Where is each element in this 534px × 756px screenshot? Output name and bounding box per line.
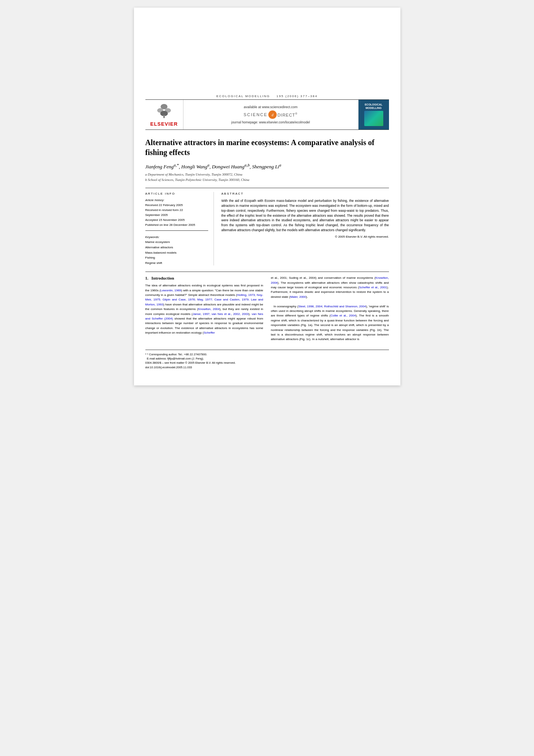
eco-logo-text: ECOLOGICALMODELLING bbox=[365, 103, 383, 110]
info-divider bbox=[145, 230, 208, 231]
section1-col2-text: et al., 2001; Suding et al., 2004) and c… bbox=[271, 276, 389, 342]
section1-number: 1. bbox=[145, 276, 148, 280]
elsevier-tree-icon bbox=[156, 103, 172, 120]
ref-janse: Janse, 1997; van Nes et al., 2002, 2003 bbox=[193, 312, 249, 316]
keyword5: Regime shift bbox=[145, 261, 208, 266]
footnote-issn: 0304-3800/$ – see front matter © 2005 El… bbox=[145, 361, 389, 365]
ref-collie: Collie et al., 2004 bbox=[330, 314, 356, 317]
section1-col1-text: The idea of alternative attractors exist… bbox=[145, 283, 263, 335]
body-col-right: et al., 2001; Suding et al., 2004) and c… bbox=[271, 276, 389, 342]
accepted-date: Accepted 15 November 2005 bbox=[145, 218, 208, 223]
elsevier-logo-box: ELSEVIER bbox=[145, 100, 183, 129]
ref-knowlton: Knowlton, 2004 bbox=[198, 307, 219, 311]
article-title: Alternative attractors in marine ecosyst… bbox=[145, 137, 389, 157]
journal-name-text: ECOLOGICAL MODELLING bbox=[216, 94, 270, 98]
footnote-area: * * Corresponding author. Tel.: +86 22 2… bbox=[145, 350, 389, 369]
main-content: Alternative attractors in marine ecosyst… bbox=[134, 130, 400, 377]
affiliation-b: b School of Sciences, Tianjin Polytechni… bbox=[145, 177, 389, 183]
body-col-left: 1. Introduction The idea of alternative … bbox=[145, 276, 263, 342]
top-whitespace bbox=[134, 8, 400, 91]
keyword2: Alternative attractors bbox=[145, 245, 208, 250]
abstract-col: ABSTRACT With the aid of Ecopath with Ec… bbox=[222, 192, 389, 265]
available-text: available at www.sciencedirect.com bbox=[244, 105, 298, 109]
page: ECOLOGICAL MODELLING 195 (2006) 377–384 … bbox=[134, 8, 400, 385]
section1-heading: 1. Introduction bbox=[145, 276, 263, 280]
footnote-doi: doi:10.1016/j.ecolmodel.2005.11.033 bbox=[145, 365, 389, 369]
ref-scheffer: Scheffer bbox=[204, 331, 215, 334]
science-text: SCIENCE bbox=[244, 112, 268, 117]
keyword4: Fishing bbox=[145, 255, 208, 261]
author1: Jianfeng Fenga,*, Hongli Wanga, Dongwei … bbox=[145, 164, 281, 169]
footnote-email-text: E-mail address: fjftju@hotmail.com (J. F… bbox=[147, 357, 204, 360]
body-section: 1. Introduction The idea of alternative … bbox=[145, 276, 389, 342]
authors-line: Jianfeng Fenga,*, Hongli Wanga, Dongwei … bbox=[145, 163, 389, 170]
revised-date2: September 2005 bbox=[145, 213, 208, 218]
footnote-corresponding: * * Corresponding author. Tel.: +86 22 2… bbox=[145, 352, 389, 356]
footnote-corresponding-text: * Corresponding author. Tel.: +86 22 274… bbox=[147, 353, 207, 356]
ref-knowlton2: Knowlton, 2004 bbox=[271, 276, 389, 284]
ref-steel: Steel, 1998, 2004; Rothschild and Shanno… bbox=[298, 305, 366, 308]
homepage-text: journal homepage: www.elsevier.com/locat… bbox=[231, 120, 310, 124]
ref-lewontin: Lewontin, 1969 bbox=[161, 289, 181, 292]
eco-modelling-logo-box: ECOLOGICALMODELLING bbox=[359, 100, 389, 129]
svg-rect-4 bbox=[163, 115, 165, 118]
journal-title-line: ECOLOGICAL MODELLING 195 (2006) 377–384 bbox=[145, 94, 389, 98]
journal-header-banner: ELSEVIER available at www.sciencedirect.… bbox=[145, 99, 389, 130]
eco-logo-image bbox=[364, 111, 383, 126]
received-date: Received 22 February 2005 bbox=[145, 203, 208, 208]
elsevier-label: ELSEVIER bbox=[150, 121, 178, 127]
keyword1: Marine ecosystem bbox=[145, 240, 208, 245]
ref-maler: Maler, 2000 bbox=[290, 295, 306, 299]
abstract-label: ABSTRACT bbox=[222, 192, 389, 195]
direct-text: DIRECT® bbox=[277, 112, 298, 117]
abstract-text: With the aid of Ecopath with Ecosim mass… bbox=[222, 198, 389, 232]
article-info-col: ARTICLE INFO Article history: Received 2… bbox=[145, 192, 214, 265]
affiliations: a Department of Mechanics, Tianjin Unive… bbox=[145, 172, 389, 182]
direct-circle: d bbox=[268, 110, 277, 119]
section1-title: Introduction bbox=[151, 276, 174, 280]
journal-volume: 195 (2006) 377–384 bbox=[276, 94, 317, 98]
ref-scheffer2: Scheffer et al., 2001 bbox=[359, 286, 387, 289]
revised-date1: Received in revised form 22 bbox=[145, 208, 208, 213]
ref-holling: Holling, 1973; Noy-Meir, 1975; Glipin an… bbox=[145, 293, 263, 306]
published-date: Published on line 28 December 2005 bbox=[145, 223, 208, 228]
keyword3: Mass-balanced models bbox=[145, 250, 208, 256]
sciencedirect-logo: SCIENCE d DIRECT® bbox=[244, 110, 298, 119]
article-info-label: ARTICLE INFO bbox=[145, 192, 208, 195]
keywords-label: Keywords: bbox=[145, 235, 208, 239]
journal-middle: available at www.sciencedirect.com SCIEN… bbox=[183, 100, 359, 129]
footnote-email: E-mail address: fjftju@hotmail.com (J. F… bbox=[145, 356, 389, 361]
affiliation-a: a Department of Mechanics, Tianjin Unive… bbox=[145, 172, 389, 177]
history-label: Article history: bbox=[145, 198, 208, 202]
section-divider bbox=[145, 272, 389, 272]
copyright-line: © 2005 Elsevier B.V. All rights reserved… bbox=[222, 235, 389, 238]
info-abstract-section: ARTICLE INFO Article history: Received 2… bbox=[145, 188, 389, 265]
